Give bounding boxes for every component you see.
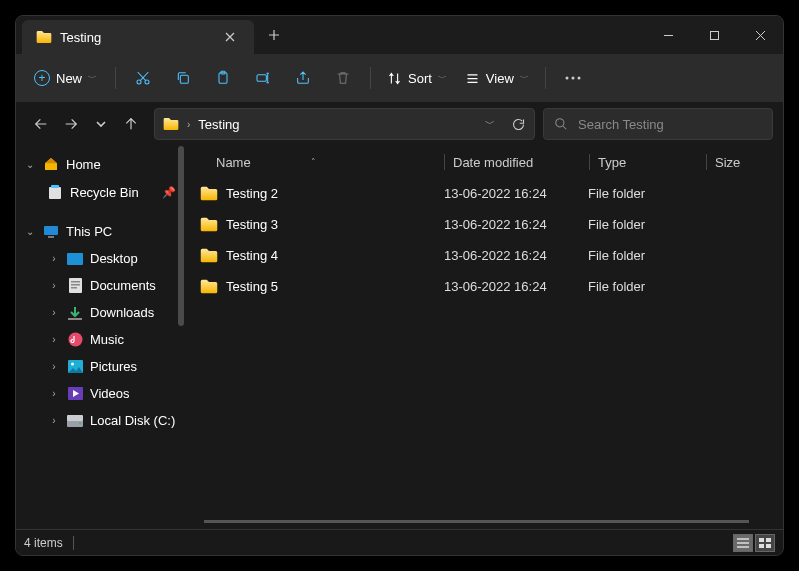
maximize-button[interactable]: [691, 16, 737, 54]
sidebar-item-desktop[interactable]: › Desktop: [18, 245, 182, 272]
delete-button[interactable]: [324, 62, 362, 94]
more-options-button[interactable]: [554, 62, 592, 94]
file-rows: Testing 213-06-2022 16:24File folderTest…: [196, 178, 783, 529]
titlebar: Testing: [16, 16, 783, 54]
svg-rect-19: [71, 287, 77, 289]
minimize-button[interactable]: [645, 16, 691, 54]
address-bar[interactable]: › Testing ﹀: [154, 108, 535, 140]
svg-point-7: [565, 77, 568, 80]
recycle-bin-icon: [46, 184, 64, 200]
explorer-window: Testing + New ﹀ Sort ﹀: [15, 15, 784, 556]
new-button[interactable]: + New ﹀: [24, 64, 107, 92]
file-name: Testing 3: [226, 217, 278, 232]
drive-icon: [66, 415, 84, 427]
column-header-name[interactable]: Name ˄: [196, 155, 444, 170]
chevron-down-icon: ﹀: [438, 72, 447, 85]
folder-icon: [200, 279, 218, 294]
copy-button[interactable]: [164, 62, 202, 94]
view-label: View: [486, 71, 514, 86]
arrow-left-icon: [33, 116, 49, 132]
downloads-icon: [66, 306, 84, 320]
thumbnails-view-toggle[interactable]: [755, 534, 775, 552]
chevron-right-icon[interactable]: ›: [48, 361, 60, 372]
chevron-down-icon[interactable]: ⌄: [24, 226, 36, 237]
paste-button[interactable]: [204, 62, 242, 94]
file-list-pane: Name ˄ Date modified Type Size Testing 2…: [184, 146, 783, 529]
trash-icon: [335, 70, 351, 86]
recent-locations-button[interactable]: [92, 118, 110, 130]
svg-rect-29: [766, 538, 771, 542]
svg-rect-30: [759, 544, 764, 548]
sidebar-item-documents[interactable]: › Documents: [18, 272, 182, 299]
file-row[interactable]: Testing 513-06-2022 16:24File folder: [196, 271, 783, 302]
sidebar-item-local-disk-c[interactable]: › Local Disk (C:): [18, 407, 182, 434]
sidebar-item-label: Desktop: [90, 251, 138, 266]
file-type: File folder: [588, 279, 704, 294]
share-icon: [295, 70, 311, 86]
search-input[interactable]: [578, 117, 762, 132]
file-row[interactable]: Testing 413-06-2022 16:24File folder: [196, 240, 783, 271]
file-row[interactable]: Testing 213-06-2022 16:24File folder: [196, 178, 783, 209]
chevron-right-icon[interactable]: ›: [48, 334, 60, 345]
svg-point-9: [577, 77, 580, 80]
sidebar-item-videos[interactable]: › Videos: [18, 380, 182, 407]
forward-button[interactable]: [62, 116, 80, 132]
chevron-right-icon[interactable]: ›: [48, 415, 60, 426]
sidebar-item-home[interactable]: ⌄ Home: [18, 150, 182, 178]
navigation-pane: ⌄ Home Recycle Bin 📌 ⌄ This PC › Desktop: [16, 146, 184, 529]
status-item-count: 4 items: [24, 536, 63, 550]
sidebar-item-pictures[interactable]: › Pictures: [18, 353, 182, 380]
cut-button[interactable]: [124, 62, 162, 94]
desktop-icon: [66, 253, 84, 265]
file-row[interactable]: Testing 313-06-2022 16:24File folder: [196, 209, 783, 240]
details-view-toggle[interactable]: [733, 534, 753, 552]
close-icon: [755, 30, 766, 41]
close-icon: [225, 32, 235, 42]
chevron-right-icon[interactable]: ›: [48, 307, 60, 318]
sidebar-item-music[interactable]: › Music: [18, 326, 182, 353]
file-name: Testing 2: [226, 186, 278, 201]
column-header-size[interactable]: Size: [707, 155, 783, 170]
breadcrumb-segment[interactable]: Testing: [198, 117, 477, 132]
view-button[interactable]: View ﹀: [457, 65, 537, 92]
tab-close-button[interactable]: [216, 23, 244, 51]
sidebar-item-label: Recycle Bin: [70, 185, 139, 200]
back-button[interactable]: [32, 116, 50, 132]
videos-icon: [66, 387, 84, 400]
close-window-button[interactable]: [737, 16, 783, 54]
column-header-type[interactable]: Type: [590, 155, 706, 170]
file-date: 13-06-2022 16:24: [444, 248, 588, 263]
column-header-date[interactable]: Date modified: [445, 155, 589, 170]
refresh-button[interactable]: [511, 117, 526, 132]
chevron-right-icon[interactable]: ›: [48, 253, 60, 264]
svg-point-8: [571, 77, 574, 80]
svg-rect-20: [68, 318, 82, 320]
search-box[interactable]: [543, 108, 773, 140]
chevron-right-icon[interactable]: ›: [48, 388, 60, 399]
svg-rect-15: [67, 253, 83, 265]
folder-icon: [200, 217, 218, 232]
svg-rect-31: [766, 544, 771, 548]
sort-icon: [387, 71, 402, 86]
view-mode-toggles: [733, 534, 775, 552]
window-controls: [645, 16, 783, 54]
scissors-icon: [135, 70, 151, 86]
status-bar: 4 items: [16, 529, 783, 555]
chevron-down-icon[interactable]: ﹀: [485, 117, 495, 131]
chevron-down-icon[interactable]: ⌄: [24, 159, 36, 170]
new-tab-button[interactable]: [254, 16, 294, 54]
folder-icon: [200, 248, 218, 263]
sidebar-item-recycle-bin[interactable]: Recycle Bin 📌: [18, 178, 182, 206]
up-button[interactable]: [122, 116, 140, 132]
sidebar-item-this-pc[interactable]: ⌄ This PC: [18, 218, 182, 245]
sidebar-item-label: Music: [90, 332, 124, 347]
chevron-right-icon[interactable]: ›: [48, 280, 60, 291]
horizontal-scrollbar[interactable]: [204, 520, 749, 523]
file-type: File folder: [588, 248, 704, 263]
svg-point-27: [79, 422, 81, 424]
tab-active[interactable]: Testing: [22, 20, 254, 54]
rename-button[interactable]: [244, 62, 282, 94]
sort-button[interactable]: Sort ﹀: [379, 65, 455, 92]
sidebar-item-downloads[interactable]: › Downloads: [18, 299, 182, 326]
share-button[interactable]: [284, 62, 322, 94]
